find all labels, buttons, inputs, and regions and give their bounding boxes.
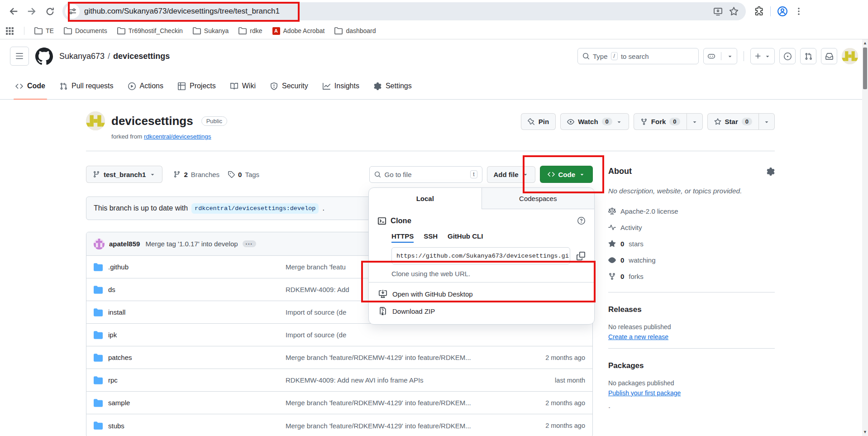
file-row[interactable]: rpc RDKEMW-4009: Add new AVI info frame …	[86, 369, 592, 392]
bookmark-folder-te[interactable]: TE	[34, 27, 54, 35]
scrollbar-thumb[interactable]	[863, 48, 867, 89]
download-zip[interactable]: Download ZIP	[378, 302, 585, 320]
activity-link[interactable]: Activity	[608, 220, 775, 236]
bookmark-folder-documents[interactable]: Documents	[64, 27, 107, 35]
copilot-button[interactable]	[703, 48, 737, 64]
forked-from-link[interactable]: rdkcentral/devicesettings	[144, 133, 211, 140]
tab-local[interactable]: Local	[369, 188, 482, 209]
bookmark-adobe-acrobat[interactable]: A Adobe Acrobat	[272, 27, 325, 35]
file-commit-message[interactable]: Merge branch 'feature/RDKEMW-4129' into …	[286, 399, 515, 407]
global-menu-button[interactable]	[10, 47, 29, 66]
url-bar[interactable]: github.com/Sukanya673/devicesettings/tre…	[62, 2, 746, 20]
file-commit-message[interactable]: Merge branch 'feature/RDKEMW-4129' into …	[286, 354, 515, 361]
scroll-up-arrow[interactable]: ▲	[862, 40, 868, 46]
star-button[interactable]: Star 0	[707, 113, 759, 130]
file-name[interactable]: ipk	[108, 331, 117, 339]
reload-button[interactable]	[42, 3, 58, 19]
extensions-icon[interactable]	[754, 6, 764, 16]
add-file-button[interactable]: Add file	[487, 166, 535, 183]
help-icon[interactable]	[577, 217, 585, 225]
file-name[interactable]: sample	[108, 399, 130, 407]
inbox-button[interactable]	[821, 48, 837, 64]
bookmark-folder-tr69hostif[interactable]: Tr69hostif_Checkin	[117, 27, 183, 35]
protocol-github-cli[interactable]: GitHub CLI	[448, 232, 483, 243]
tab-settings[interactable]: Settings	[367, 73, 419, 99]
tab-codespaces-label: Codespaces	[519, 195, 557, 202]
tab-pull-requests[interactable]: Pull requests	[52, 73, 121, 99]
breadcrumb-owner[interactable]: Sukanya673	[59, 52, 105, 61]
go-to-file-input[interactable]: Go to file t	[369, 166, 482, 183]
create-new-button[interactable]	[750, 48, 775, 64]
bookmarks-bar: TE Documents Tr69hostif_Checkin Sukanya …	[0, 23, 868, 39]
tab-codespaces[interactable]: Codespaces	[482, 188, 595, 209]
commit-message[interactable]: Merge tag '1.0.17' into develop	[145, 240, 238, 248]
watching-link[interactable]: 0 watching	[608, 252, 775, 268]
global-search-input[interactable]: Type / to search	[577, 48, 699, 64]
page-scrollbar[interactable]: ▲ ▼	[862, 39, 868, 436]
bookmark-folder-sukanya[interactable]: Sukanya	[193, 27, 229, 35]
create-release-link[interactable]: Create a new release	[608, 333, 668, 340]
clone-url-input[interactable]: https://github.com/Sukanya673/devicesett…	[391, 247, 570, 264]
file-row[interactable]: patches Merge branch 'feature/RDKEMW-412…	[86, 346, 592, 369]
branches-link[interactable]: 2 Branches	[173, 171, 219, 178]
file-name[interactable]: stubs	[108, 422, 124, 430]
fork-button[interactable]: Fork 0	[634, 113, 687, 130]
install-app-icon[interactable]	[713, 7, 723, 16]
user-avatar[interactable]	[842, 48, 858, 64]
publish-package-link[interactable]: Publish your first package	[608, 389, 681, 397]
commit-ellipsis-button[interactable]: ···	[243, 240, 256, 247]
file-name[interactable]: patches	[108, 354, 132, 361]
commit-author[interactable]: apatel859	[109, 240, 140, 248]
scroll-down-arrow[interactable]: ▼	[862, 429, 868, 435]
star-dropdown-button[interactable]	[759, 113, 775, 130]
license-link[interactable]: Apache-2.0 license	[608, 203, 775, 220]
repo-owner-avatar[interactable]	[86, 111, 105, 130]
protocol-ssh[interactable]: SSH	[424, 232, 438, 243]
bookmark-folder-rdke[interactable]: rdke	[238, 27, 262, 35]
folder-icon	[238, 27, 247, 35]
fork-dropdown-button[interactable]	[687, 113, 703, 130]
forward-button[interactable]	[24, 3, 40, 19]
tab-security[interactable]: Security	[263, 73, 315, 99]
apps-grid-icon[interactable]	[5, 27, 14, 35]
github-logo-icon[interactable]	[35, 48, 53, 65]
tab-projects[interactable]: Projects	[171, 73, 223, 99]
file-name[interactable]: ds	[108, 286, 115, 293]
file-row[interactable]: ipk Import of source (de	[86, 324, 592, 346]
stars-link[interactable]: 0 stars	[608, 236, 775, 252]
file-commit-message[interactable]: RDKEMW-4009: Add new AVI info frame APIs	[286, 376, 515, 384]
bookmark-folder-dashboard[interactable]: dashboard	[334, 27, 376, 35]
copy-url-button[interactable]	[577, 252, 585, 260]
tab-wiki[interactable]: Wiki	[223, 73, 263, 99]
gear-icon[interactable]	[767, 168, 775, 176]
site-info-button[interactable]	[65, 4, 80, 19]
breadcrumb-repo[interactable]: devicesettings	[113, 52, 170, 61]
open-github-desktop[interactable]: Open with GitHub Desktop	[378, 285, 585, 302]
bookmark-star-icon[interactable]	[729, 7, 739, 16]
upstream-branch-chip[interactable]: rdkcentral/devicesettings:develop	[191, 203, 319, 214]
file-name[interactable]: .github	[108, 263, 129, 271]
tab-code[interactable]: Code	[8, 73, 52, 99]
repo-title[interactable]: devicesettings	[111, 114, 193, 128]
file-row[interactable]: sample Merge branch 'feature/RDKEMW-4129…	[86, 392, 592, 414]
protocol-https[interactable]: HTTPS	[391, 232, 414, 243]
file-row[interactable]: stubs Merge branch 'feature/RDKEMW-4129'…	[86, 414, 592, 436]
branch-selector[interactable]: test_branch1	[86, 166, 162, 183]
tab-actions[interactable]: Actions	[121, 73, 171, 99]
file-commit-message[interactable]: Merge branch 'feature/RDKEMW-4129' into …	[286, 422, 515, 430]
pull-requests-button[interactable]	[800, 48, 816, 64]
tab-insights[interactable]: Insights	[315, 73, 367, 99]
watch-button[interactable]: Watch 0	[560, 113, 629, 130]
pin-button[interactable]: Pin	[521, 113, 556, 130]
issues-button[interactable]	[779, 48, 796, 64]
forks-link[interactable]: 0 forks	[608, 268, 775, 285]
profile-icon[interactable]	[777, 6, 788, 17]
commit-author-avatar[interactable]	[94, 239, 105, 249]
tags-link[interactable]: 0 Tags	[228, 171, 259, 178]
chrome-menu-icon[interactable]	[794, 7, 803, 16]
file-name[interactable]: install	[108, 308, 125, 316]
code-button[interactable]: Code	[540, 166, 593, 183]
file-commit-message[interactable]: Import of source (de	[286, 331, 515, 339]
back-button[interactable]	[5, 3, 22, 19]
file-name[interactable]: rpc	[108, 376, 118, 384]
